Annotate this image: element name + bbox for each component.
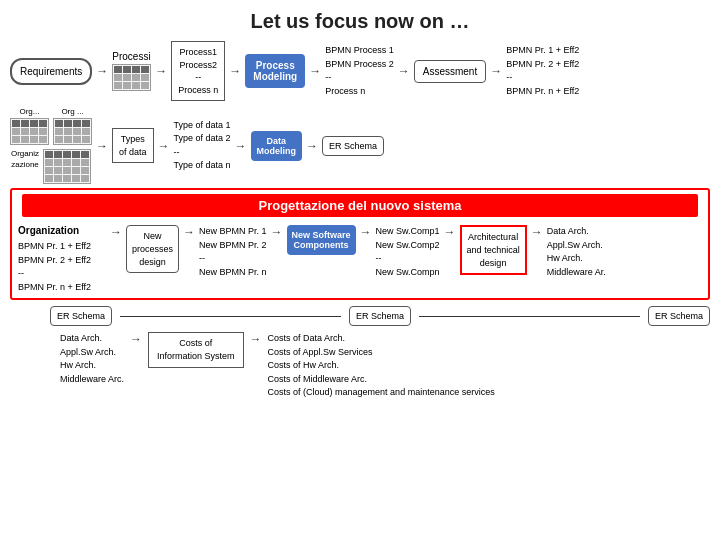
arrow-da: → bbox=[531, 225, 543, 239]
arrow-np: → bbox=[110, 225, 122, 239]
arrow-dm: → bbox=[235, 139, 247, 153]
org-label-top2: Org ... bbox=[61, 107, 83, 116]
bottom-row: Data Arch. Appl.Sw Arch. Hw Arch. Middle… bbox=[0, 328, 720, 400]
er3-box: ER Schema bbox=[648, 306, 710, 326]
type-list: Type of data 1 Type of data 2 -- Type of… bbox=[174, 119, 231, 173]
nb1: New BPMN Pr. 1 bbox=[199, 225, 267, 239]
architectural-box: Architectural and technical design bbox=[460, 225, 527, 275]
rl3: -- bbox=[506, 71, 579, 85]
requirements-box: Requirements bbox=[10, 58, 92, 85]
arrow-typelist: → bbox=[158, 139, 170, 153]
grid-top-left bbox=[10, 118, 49, 145]
process-modeling-box: ProcessModeling bbox=[245, 54, 305, 88]
page-title: Let us focus now on … bbox=[0, 0, 720, 39]
er2-box: ER Schema bbox=[349, 306, 411, 326]
arrow1: → bbox=[96, 64, 108, 78]
tod-label: Types bbox=[119, 133, 147, 146]
org-label-top: Org... bbox=[19, 107, 39, 116]
cl5: Costs of (Cloud) management and maintena… bbox=[268, 386, 495, 400]
pl1: Process1 bbox=[178, 46, 218, 59]
da1: Data Arch. bbox=[547, 225, 606, 239]
sw1: New Sw.Comp1 bbox=[376, 225, 440, 239]
bpmn4: Process n bbox=[325, 85, 394, 99]
progettazione-banner: Progettazione del nuovo sistema bbox=[22, 194, 698, 217]
er-line2 bbox=[419, 316, 640, 317]
top-row: Requirements → Processi → Process1 Proce… bbox=[0, 41, 720, 101]
organiz-label: Organiz bbox=[11, 149, 39, 158]
arrow4: → bbox=[309, 64, 321, 78]
data-modeling-box: DataModeling bbox=[251, 131, 303, 161]
bda4: Middleware Arc. bbox=[60, 373, 124, 387]
arrow2: → bbox=[155, 64, 167, 78]
arrow-swc: → bbox=[271, 225, 283, 239]
new-sw-list: New Sw.Comp1 New Sw.Comp2 -- New Sw.Comp… bbox=[376, 225, 440, 279]
nb3: -- bbox=[199, 252, 267, 266]
zazione-label: zazione bbox=[11, 160, 39, 169]
tod-label2: of data bbox=[119, 146, 147, 159]
organization-label: Organization bbox=[18, 225, 106, 236]
new-processes-box: Newprocessesdesign bbox=[126, 225, 179, 273]
er1-box: ER Schema bbox=[50, 306, 112, 326]
rl2: BPMN Pr. 2 + Eff2 bbox=[506, 58, 579, 72]
arrow-er: → bbox=[306, 139, 318, 153]
types-of-data-box: Types of data bbox=[112, 128, 154, 163]
organiz-group: Org... Org ... Organiz zazione bbox=[10, 107, 92, 184]
arch-label1: Architectural and technical design bbox=[467, 231, 520, 269]
bl2: BPMN Pr. 2 + Eff2 bbox=[18, 254, 106, 268]
bda3: Hw Arch. bbox=[60, 359, 124, 373]
da2: Appl.Sw Arch. bbox=[547, 239, 606, 253]
cl3: Costs of Hw Arch. bbox=[268, 359, 495, 373]
cl4: Costs of Middleware Arc. bbox=[268, 373, 495, 387]
bpmn3: -- bbox=[325, 71, 394, 85]
bpmn-list: BPMN Process 1 BPMN Process 2 -- Process… bbox=[325, 44, 394, 98]
processi-label: Processi bbox=[112, 51, 151, 62]
er-line1 bbox=[120, 316, 341, 317]
bpmn-left-list: BPMN Pr. 1 + Eff2 BPMN Pr. 2 + Eff2 -- B… bbox=[18, 240, 106, 294]
arrow-types: → bbox=[96, 139, 108, 153]
bl1: BPMN Pr. 1 + Eff2 bbox=[18, 240, 106, 254]
bda2: Appl.Sw Arch. bbox=[60, 346, 124, 360]
arrow6: → bbox=[490, 64, 502, 78]
bpmn1: BPMN Process 1 bbox=[325, 44, 394, 58]
tl3: -- bbox=[174, 146, 231, 160]
pl2: Process2 bbox=[178, 59, 218, 72]
new-bpmn-list: New BPMN Pr. 1 New BPMN Pr. 2 -- New BPM… bbox=[199, 225, 267, 279]
da3: Hw Arch. bbox=[547, 252, 606, 266]
org-left-group: Organization BPMN Pr. 1 + Eff2 BPMN Pr. … bbox=[18, 225, 106, 294]
new-software-box: New SoftwareComponents bbox=[287, 225, 356, 255]
arrow-nbpmn: → bbox=[183, 225, 195, 239]
large-grid bbox=[43, 149, 91, 184]
bpmn2: BPMN Process 2 bbox=[325, 58, 394, 72]
nb4: New BPMN Pr. n bbox=[199, 266, 267, 280]
bl4: BPMN Pr. n + Eff2 bbox=[18, 281, 106, 295]
da4: Middleware Ar. bbox=[547, 266, 606, 280]
progettazione-container: Progettazione del nuovo sistema Organiza… bbox=[10, 188, 710, 300]
bottom-data-arch: Data Arch. Appl.Sw Arch. Hw Arch. Middle… bbox=[60, 332, 124, 386]
tl4: Type of data n bbox=[174, 159, 231, 173]
grid-top-right bbox=[53, 118, 92, 145]
sw4: New Sw.Compn bbox=[376, 266, 440, 280]
tl2: Type of data 2 bbox=[174, 132, 231, 146]
pl4: Process n bbox=[178, 84, 218, 97]
arrow5: → bbox=[398, 64, 410, 78]
arrow-costslist: → bbox=[250, 332, 262, 346]
rl1: BPMN Pr. 1 + Eff2 bbox=[506, 44, 579, 58]
sw3: -- bbox=[376, 252, 440, 266]
process-list-box: Process1 Process2 -- Process n bbox=[171, 41, 225, 101]
processi-group: Processi bbox=[112, 51, 151, 91]
right-list: BPMN Pr. 1 + Eff2 BPMN Pr. 2 + Eff2 -- B… bbox=[506, 44, 579, 98]
bl3: -- bbox=[18, 267, 106, 281]
mid-row: Org... Org ... Organiz zazione bbox=[0, 107, 720, 184]
org-row: Organization BPMN Pr. 1 + Eff2 BPMN Pr. … bbox=[12, 221, 708, 298]
bda1: Data Arch. bbox=[60, 332, 124, 346]
cl1: Costs of Data Arch. bbox=[268, 332, 495, 346]
arrow-swlist: → bbox=[360, 225, 372, 239]
sw2: New Sw.Comp2 bbox=[376, 239, 440, 253]
er-schema-mid: ER Schema bbox=[322, 136, 384, 156]
pl3: -- bbox=[178, 71, 218, 84]
er-row: ER Schema ER Schema ER Schema bbox=[0, 306, 720, 326]
costs-list: Costs of Data Arch. Costs of Appl.Sw Ser… bbox=[268, 332, 495, 400]
nb2: New BPMN Pr. 2 bbox=[199, 239, 267, 253]
rl4: BPMN Pr. n + Eff2 bbox=[506, 85, 579, 99]
arrow-costs: → bbox=[130, 332, 142, 346]
